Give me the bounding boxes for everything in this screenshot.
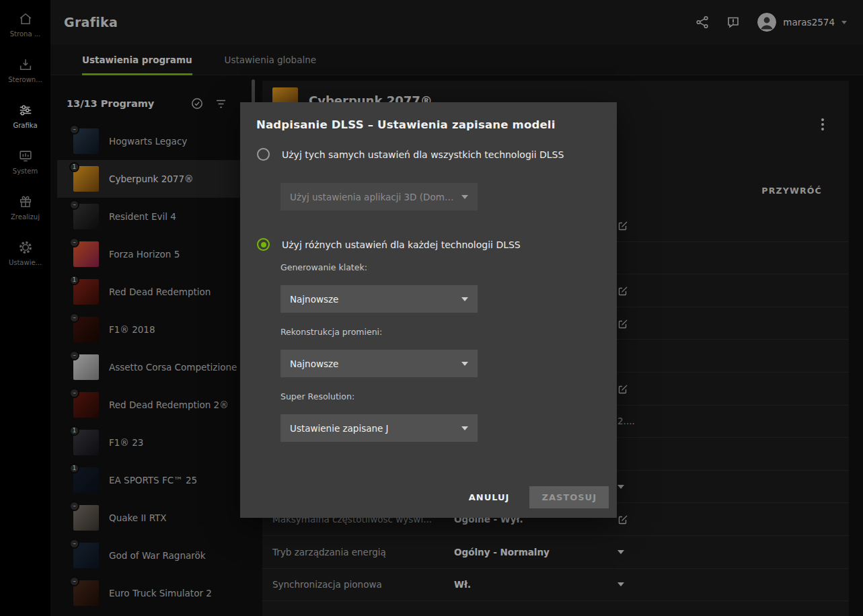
chevron-down-icon bbox=[461, 426, 468, 430]
nvidia-app-window: Strona ... Sterown... Grafika System Zre… bbox=[0, 0, 863, 616]
ray-reconstruction-dropdown[interactable]: Najnowsze bbox=[280, 350, 478, 377]
radio-selected-icon[interactable] bbox=[257, 238, 270, 251]
dlss-override-modal: Nadpisanie DLSS – Ustawienia zapisane mo… bbox=[240, 102, 617, 518]
dropdown-value: Najnowsze bbox=[290, 358, 455, 369]
super-resolution-label: Super Resolution: bbox=[280, 391, 354, 401]
dropdown-value: Użyj ustawienia aplikacji 3D (Domy... bbox=[290, 192, 455, 202]
super-resolution-dropdown[interactable]: Ustawienie zapisane J bbox=[280, 414, 478, 442]
chevron-down-icon bbox=[461, 362, 468, 366]
radio-option-label: Użyj różnych ustawień dla każdej technol… bbox=[282, 239, 521, 250]
dropdown-value: Ustawienie zapisane J bbox=[290, 423, 455, 434]
apply-button-disabled: ZASTOSUJ bbox=[529, 486, 609, 508]
chevron-down-icon bbox=[461, 297, 468, 301]
frame-generation-dropdown[interactable]: Najnowsze bbox=[280, 285, 478, 313]
radio-unselected-icon[interactable] bbox=[257, 148, 270, 161]
radio-option-same-settings[interactable]: Użyj tych samych ustawień dla wszystkich… bbox=[257, 148, 601, 161]
ray-reconstruction-label: Rekonstrukcja promieni: bbox=[280, 327, 382, 337]
radio-option-different-settings[interactable]: Użyj różnych ustawień dla każdej technol… bbox=[257, 238, 601, 251]
cancel-button[interactable]: ANULUJ bbox=[465, 487, 514, 508]
modal-actions: ANULUJ ZASTOSUJ bbox=[465, 486, 609, 508]
same-settings-dropdown-disabled: Użyj ustawienia aplikacji 3D (Domy... bbox=[280, 183, 478, 210]
chevron-down-icon bbox=[461, 195, 468, 199]
modal-title: Nadpisanie DLSS – Ustawienia zapisane mo… bbox=[256, 118, 556, 131]
radio-option-label: Użyj tych samych ustawień dla wszystkich… bbox=[282, 149, 564, 160]
dropdown-value: Najnowsze bbox=[290, 294, 455, 305]
frame-generation-label: Generowanie klatek: bbox=[280, 262, 367, 272]
